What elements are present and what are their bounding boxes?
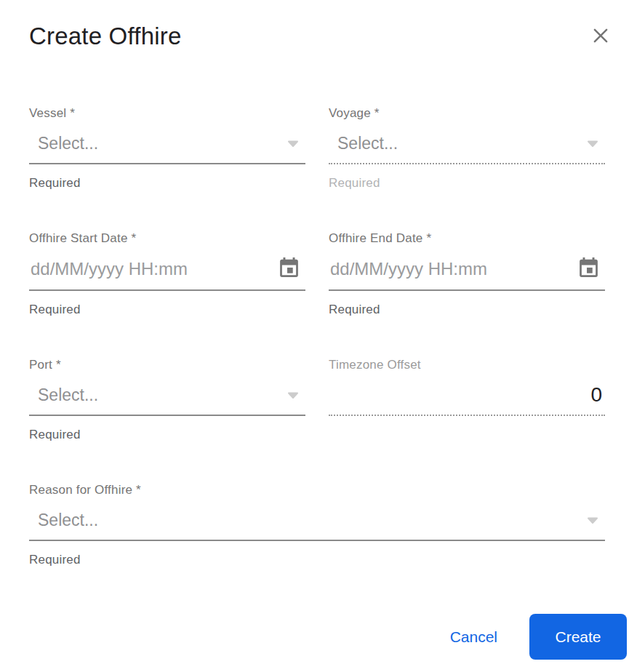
offhire-end-date-field: Offhire End Date * Required bbox=[329, 231, 605, 317]
dialog-header: Create Offhire bbox=[0, 0, 637, 52]
voyage-label: Voyage * bbox=[329, 106, 605, 121]
reason-for-offhire-select-placeholder: Select... bbox=[31, 508, 586, 532]
reason-for-offhire-required-text: Required bbox=[29, 553, 605, 567]
voyage-field: Voyage * Select... Required bbox=[329, 106, 605, 191]
offhire-end-date-input[interactable] bbox=[330, 257, 577, 281]
close-icon bbox=[590, 25, 612, 49]
offhire-end-date-picker-button[interactable] bbox=[577, 256, 601, 282]
voyage-select-placeholder: Select... bbox=[330, 131, 586, 156]
port-label: Port * bbox=[29, 358, 305, 372]
offhire-start-date-control bbox=[29, 250, 305, 291]
vessel-required-text: Required bbox=[29, 176, 305, 191]
calendar-icon bbox=[277, 256, 301, 282]
timezone-offset-field: Timezone Offset bbox=[329, 358, 605, 442]
offhire-end-date-control bbox=[329, 250, 605, 291]
timezone-offset-control bbox=[329, 377, 605, 416]
chevron-down-icon bbox=[287, 140, 300, 148]
offhire-start-date-field: Offhire Start Date * Required bbox=[29, 231, 305, 317]
vessel-select[interactable]: Select... bbox=[29, 125, 305, 164]
offhire-end-date-label: Offhire End Date * bbox=[329, 231, 605, 246]
voyage-select: Select... bbox=[329, 125, 605, 164]
offhire-start-date-input[interactable] bbox=[31, 257, 277, 281]
port-field: Port * Select... Required bbox=[29, 358, 305, 442]
vessel-field: Vessel * Select... Required bbox=[29, 106, 305, 191]
vessel-label: Vessel * bbox=[29, 106, 305, 121]
dialog-footer: Cancel Create bbox=[438, 614, 627, 660]
timezone-offset-label: Timezone Offset bbox=[329, 358, 605, 372]
offhire-start-date-label: Offhire Start Date * bbox=[29, 231, 305, 246]
timezone-offset-input bbox=[330, 383, 602, 407]
port-select-placeholder: Select... bbox=[31, 383, 287, 407]
close-button[interactable] bbox=[586, 22, 615, 51]
calendar-icon bbox=[577, 256, 601, 282]
offhire-start-date-picker-button[interactable] bbox=[277, 256, 301, 282]
voyage-required-text: Required bbox=[329, 176, 605, 191]
port-required-text: Required bbox=[29, 428, 305, 442]
chevron-down-icon bbox=[287, 391, 300, 399]
vessel-select-placeholder: Select... bbox=[31, 131, 287, 156]
port-select[interactable]: Select... bbox=[29, 377, 305, 416]
create-offhire-dialog: Create Offhire Vessel * Select... Requir… bbox=[0, 0, 637, 672]
offhire-start-date-required-text: Required bbox=[29, 303, 305, 317]
page-title: Create Offhire bbox=[29, 20, 181, 52]
chevron-down-icon bbox=[586, 140, 599, 148]
create-button[interactable]: Create bbox=[529, 614, 627, 660]
cancel-button[interactable]: Cancel bbox=[438, 621, 509, 653]
offhire-end-date-required-text: Required bbox=[329, 303, 605, 317]
reason-for-offhire-field: Reason for Offhire * Select... Required bbox=[29, 483, 605, 567]
reason-for-offhire-select[interactable]: Select... bbox=[29, 502, 605, 541]
offhire-form: Vessel * Select... Required Voyage * Sel… bbox=[0, 106, 637, 608]
chevron-down-icon bbox=[586, 516, 599, 524]
reason-for-offhire-label: Reason for Offhire * bbox=[29, 483, 605, 497]
